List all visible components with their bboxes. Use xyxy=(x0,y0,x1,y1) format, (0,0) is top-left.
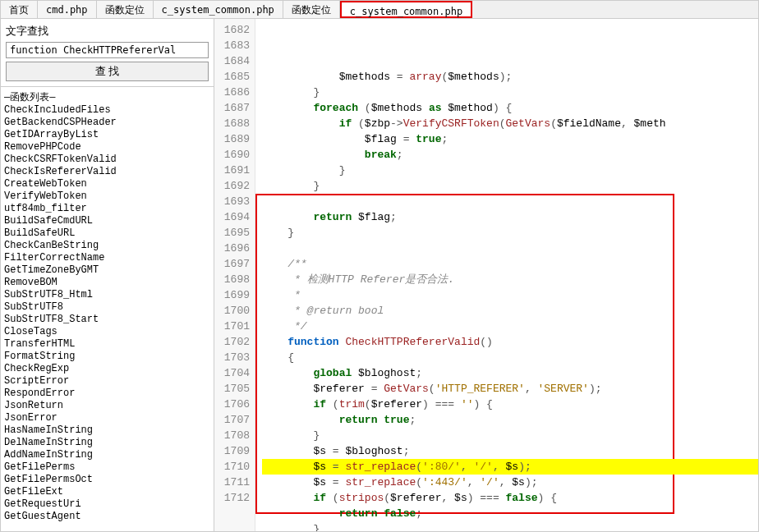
function-item[interactable]: CheckIsRefererValid xyxy=(4,166,210,178)
function-item[interactable]: AddNameInString xyxy=(4,449,210,461)
function-item[interactable]: GetIDArrayByList xyxy=(4,129,210,141)
function-item[interactable]: CheckCSRFTokenValid xyxy=(4,154,210,166)
line-number: 1698 xyxy=(214,272,250,287)
code-line: /** xyxy=(262,256,758,272)
code-line: if (stripos($referer, $s) === false) { xyxy=(262,490,758,506)
line-number: 1707 xyxy=(214,412,250,428)
code-area[interactable]: $methods = array($methods); } foreach ($… xyxy=(255,19,758,531)
code-line: */ xyxy=(262,319,758,334)
line-number: 1691 xyxy=(214,163,250,178)
code-line: $s = str_replace(':80/', '/', $s); xyxy=(262,459,758,475)
line-number: 1693 xyxy=(214,194,250,209)
code-line: $referer = GetVars('HTTP_REFERER', 'SERV… xyxy=(262,381,758,397)
line-number: 1697 xyxy=(214,256,250,272)
function-item[interactable]: FormatString xyxy=(4,351,210,363)
tab[interactable]: 首页 xyxy=(1,1,38,18)
function-item[interactable]: GetTimeZoneByGMT xyxy=(4,264,210,277)
line-number: 1683 xyxy=(214,38,250,53)
code-line: if (trim($referer) === '') { xyxy=(262,397,758,412)
function-item[interactable]: CheckRegExp xyxy=(4,363,210,375)
code-line: * @return bool xyxy=(262,303,758,319)
search-button[interactable]: 查 找 xyxy=(6,62,209,81)
function-item[interactable]: CheckIncludedFiles xyxy=(4,104,210,117)
line-number: 1692 xyxy=(214,178,250,194)
line-number: 1712 xyxy=(214,490,250,506)
line-number: 1708 xyxy=(214,428,250,443)
function-item[interactable]: SubStrUTF8 xyxy=(4,301,210,314)
code-line: function CheckHTTPRefererValid() xyxy=(262,334,758,350)
function-item[interactable]: GetFileExt xyxy=(4,486,210,498)
code-line: } xyxy=(262,85,758,100)
line-number: 1702 xyxy=(214,334,250,350)
code-line: $s = $bloghost; xyxy=(262,443,758,459)
function-item[interactable]: SubStrUTF8_Html xyxy=(4,289,210,301)
function-item[interactable]: FilterCorrectName xyxy=(4,252,210,264)
line-number: 1689 xyxy=(214,131,250,147)
code-line: * xyxy=(262,287,758,303)
code-line: } xyxy=(262,178,758,194)
search-box: 文字查找 查 找 xyxy=(1,19,214,87)
function-item[interactable]: JsonError xyxy=(4,412,210,424)
line-number: 1685 xyxy=(214,69,250,85)
editor-panel: 1682168316841685168616871688168916901691… xyxy=(214,19,758,531)
code-line: { xyxy=(262,350,758,365)
main-area: 文字查找 查 找 —函数列表— CheckIncludedFilesGetBac… xyxy=(1,19,758,531)
line-number: 1701 xyxy=(214,319,250,334)
function-item[interactable]: TransferHTML xyxy=(4,338,210,351)
tab[interactable]: c_system_common.php xyxy=(154,1,283,18)
function-item[interactable]: RemoveBOM xyxy=(4,277,210,289)
function-item[interactable]: SubStrUTF8_Start xyxy=(4,314,210,326)
line-number: 1686 xyxy=(214,85,250,100)
app-window: 首页cmd.php函数定位c_system_common.php函数定位c_sy… xyxy=(0,0,759,532)
code-line xyxy=(262,194,758,209)
function-item[interactable]: RemovePHPCode xyxy=(4,141,210,154)
function-item[interactable]: CloseTags xyxy=(4,326,210,338)
line-number: 1684 xyxy=(214,53,250,69)
tab[interactable]: 函数定位 xyxy=(97,1,154,18)
code-line: $flag = true; xyxy=(262,131,758,147)
function-item[interactable]: BuildSafeURL xyxy=(4,227,210,240)
code-line: return $flag; xyxy=(262,209,758,225)
function-item[interactable]: GetRequestUri xyxy=(4,498,210,511)
function-list[interactable]: —函数列表— CheckIncludedFilesGetBackendCSPHe… xyxy=(1,87,214,531)
code-line: } xyxy=(262,521,758,531)
code-line: foreach ($methods as $method) { xyxy=(262,100,758,116)
tab[interactable]: 函数定位 xyxy=(283,1,340,18)
code-line: return false; xyxy=(262,506,758,521)
line-number: 1705 xyxy=(214,381,250,397)
function-item[interactable]: utf84mb_filter xyxy=(4,203,210,215)
function-item[interactable]: DelNameInString xyxy=(4,437,210,449)
tab-bar: 首页cmd.php函数定位c_system_common.php函数定位c_sy… xyxy=(1,1,758,19)
code-line: return true; xyxy=(262,412,758,428)
function-item[interactable]: BuildSafeCmdURL xyxy=(4,215,210,227)
function-item[interactable]: ScriptError xyxy=(4,375,210,388)
line-number: 1695 xyxy=(214,225,250,241)
code-line: } xyxy=(262,225,758,241)
function-item[interactable]: GetFilePerms xyxy=(4,461,210,474)
function-item[interactable]: GetFilePermsOct xyxy=(4,474,210,486)
code-line xyxy=(262,241,758,256)
code-line: } xyxy=(262,428,758,443)
line-number: 1700 xyxy=(214,303,250,319)
left-panel: 文字查找 查 找 —函数列表— CheckIncludedFilesGetBac… xyxy=(1,19,214,531)
tab[interactable]: cmd.php xyxy=(38,1,97,18)
line-number: 1704 xyxy=(214,365,250,381)
line-number: 1690 xyxy=(214,147,250,163)
function-item[interactable]: CheckCanBeString xyxy=(4,240,210,252)
line-number: 1682 xyxy=(214,22,250,38)
function-item[interactable]: HasNameInString xyxy=(4,424,210,437)
function-item[interactable]: GetGuestAgent xyxy=(4,511,210,523)
line-gutter: 1682168316841685168616871688168916901691… xyxy=(214,19,255,531)
function-item[interactable]: RespondError xyxy=(4,388,210,400)
line-number: 1711 xyxy=(214,475,250,490)
function-item[interactable]: VerifyWebToken xyxy=(4,190,210,203)
tab[interactable]: c_system_common.php xyxy=(340,1,472,18)
function-list-header: —函数列表— xyxy=(4,90,210,104)
function-item[interactable]: GetBackendCSPHeader xyxy=(4,117,210,129)
code-line: if ($zbp->VerifyCSRFToken(GetVars($field… xyxy=(262,116,758,131)
line-number: 1696 xyxy=(214,241,250,256)
function-item[interactable]: CreateWebToken xyxy=(4,178,210,190)
search-input[interactable] xyxy=(6,42,209,58)
line-number: 1699 xyxy=(214,287,250,303)
function-item[interactable]: JsonReturn xyxy=(4,400,210,412)
